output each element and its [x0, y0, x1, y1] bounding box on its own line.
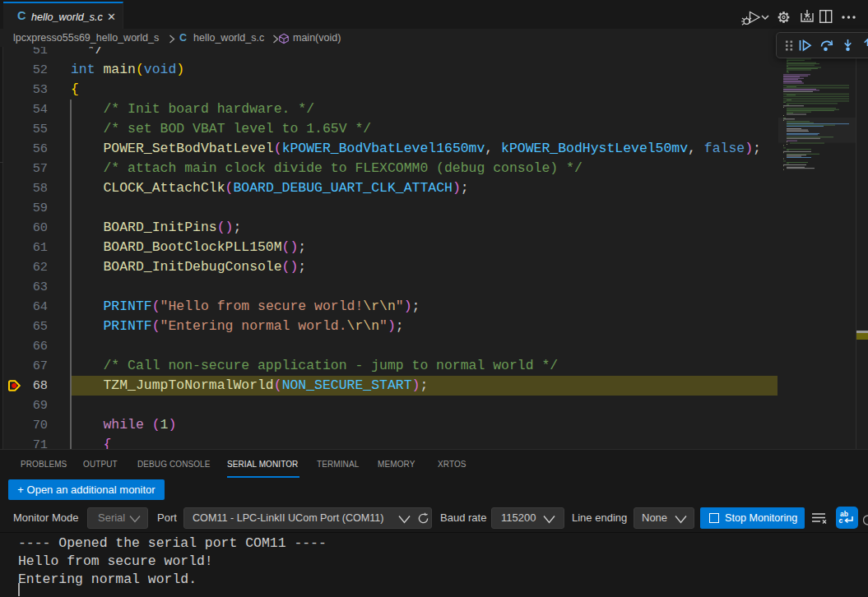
- svg-text:c: c: [839, 516, 843, 525]
